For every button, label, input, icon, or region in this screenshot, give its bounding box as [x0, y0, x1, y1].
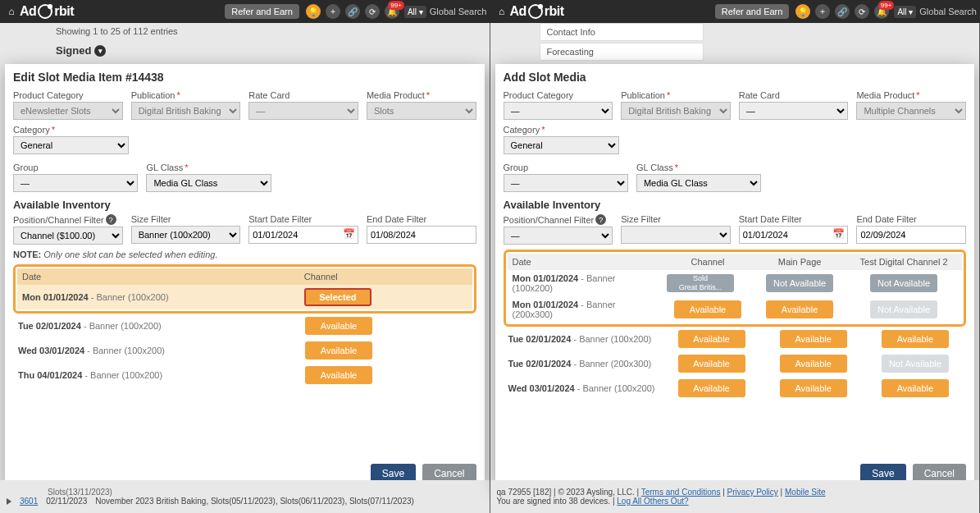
bell-icon[interactable]: 🔔99+ [874, 4, 889, 19]
label-start-date-filter: Start Date Filter [739, 214, 849, 224]
publication-select[interactable]: Digital British Baking [621, 102, 731, 120]
modal-title: Edit Slot Media Item #14438 [5, 64, 485, 87]
label-position-channel-filter: Position/Channel Filter ? [504, 214, 613, 225]
link-icon[interactable]: 🔗 [835, 4, 850, 19]
sidebar-item-forecasting[interactable]: Forecasting [540, 43, 704, 61]
product-category-select[interactable]: eNewsletter Slots [13, 102, 123, 120]
label-publication: Publication * [621, 90, 731, 100]
slot-button-available[interactable]: Available [780, 355, 847, 373]
size-filter-select[interactable]: Banner (100x200) [131, 226, 241, 244]
label-rate-card: Rate Card [248, 90, 358, 100]
search-scope-select[interactable]: All ▾ [894, 6, 916, 18]
col-date: Date [508, 254, 663, 270]
slot-button-selected[interactable]: Selected [304, 288, 371, 306]
table-row: Thu 04/01/2024 - Banner (100x200) Availa… [13, 363, 476, 387]
gl-class-select[interactable]: Media GL Class [636, 174, 761, 192]
section-heading-signed: Signed [56, 44, 91, 57]
label-position-channel-filter: Position/Channel Filter ? [13, 214, 123, 225]
table-row: Mon 01/01/2024 - Banner (100x200) SoldGr… [508, 270, 963, 296]
edit-slot-modal: Edit Slot Media Item #14438 Product Cate… [5, 64, 485, 488]
col-main-page: Main Page [754, 254, 846, 270]
publication-select[interactable]: Digital British Baking [131, 102, 241, 120]
label-category: Category * [504, 125, 619, 135]
size-filter-select[interactable] [621, 226, 731, 244]
start-date-input[interactable] [248, 226, 358, 244]
table-row: Wed 03/01/2024 - Banner (100x200) Availa… [13, 338, 476, 363]
expand-icon[interactable] [7, 498, 11, 505]
slot-button-available[interactable]: Available [882, 379, 949, 397]
add-icon[interactable]: ＋ [815, 4, 830, 19]
table-row: Tue 02/01/2024 - Banner (100x200) Availa… [504, 327, 967, 351]
label-group: Group [13, 163, 138, 172]
slot-button-available[interactable]: Available [678, 379, 745, 397]
global-search-input[interactable]: Global Search [430, 7, 487, 16]
slot-button-available[interactable]: Available [305, 341, 372, 360]
slot-button-available[interactable]: Available [305, 317, 372, 335]
global-search-input[interactable]: Global Search [919, 7, 977, 16]
terms-link[interactable]: Terms and Conditions [641, 488, 721, 497]
order-id-link[interactable]: 3601 [20, 497, 38, 506]
rate-card-select[interactable]: — [739, 102, 849, 120]
col-test-channel: Test Digital Channel 2 [846, 254, 962, 270]
add-icon[interactable]: ＋ [326, 4, 340, 19]
media-product-select[interactable]: Multiple Channels [856, 102, 966, 120]
table-row: Mon 01/01/2024 - Banner (200x300) Availa… [508, 296, 963, 323]
table-row: Tue 02/01/2024 - Banner (200x300) Availa… [504, 351, 967, 376]
label-group: Group [504, 163, 628, 172]
ideas-icon[interactable]: 💡 [306, 4, 321, 19]
position-channel-filter-select[interactable]: Channel ($100.00) [13, 227, 123, 245]
start-date-input[interactable] [739, 226, 849, 244]
slot-button-available[interactable]: Available [305, 366, 372, 384]
slot-button-available[interactable]: Available [674, 300, 741, 318]
table-row: Mon 01/01/2024 - Banner (100x200) Select… [17, 285, 472, 309]
label-size-filter: Size Filter [621, 214, 731, 224]
slot-button-available[interactable]: Available [780, 330, 847, 348]
position-channel-filter-select[interactable]: — [504, 227, 613, 245]
group-select[interactable]: — [504, 174, 628, 192]
slot-button-available[interactable]: Available [678, 330, 745, 348]
sidebar-item-contact-info[interactable]: Contact Info [540, 23, 704, 41]
label-media-product: Media Product * [856, 90, 966, 100]
home-icon[interactable]: ⌂ [3, 6, 20, 17]
col-channel: Channel [662, 254, 754, 270]
slot-button-available[interactable]: Available [882, 330, 949, 348]
help-icon[interactable]: ? [595, 214, 606, 225]
log-others-out-link[interactable]: Log All Others Out? [617, 497, 688, 506]
slot-button-not-available: Not Available [870, 274, 937, 292]
chevron-down-icon[interactable]: ▾ [94, 45, 106, 57]
table-row: Wed 03/01/2024 - Banner (100x200) Availa… [504, 376, 967, 401]
ideas-icon[interactable]: 💡 [795, 4, 810, 19]
gl-class-select[interactable]: Media GL Class [146, 174, 271, 192]
rate-card-select[interactable]: — [248, 102, 358, 120]
category-select[interactable]: General [504, 136, 619, 154]
refer-earn-button[interactable]: Refer and Earn [225, 4, 299, 19]
end-date-input[interactable] [367, 226, 476, 244]
bell-icon[interactable]: 🔔99+ [385, 4, 399, 19]
home-icon[interactable]: ⌂ [494, 6, 510, 17]
link-icon[interactable]: 🔗 [345, 4, 360, 19]
brand-logo: Adrbit [510, 2, 564, 21]
history-icon[interactable]: ⟳ [365, 4, 380, 19]
history-icon[interactable]: ⟳ [855, 4, 869, 19]
refer-earn-button[interactable]: Refer and Earn [715, 4, 790, 19]
background-table-row: Slots(13/11/2023) 3601 02/11/2023 Novemb… [0, 480, 490, 513]
slot-button-available[interactable]: Available [780, 379, 847, 397]
label-category: Category * [13, 125, 129, 135]
help-icon[interactable]: ? [106, 214, 116, 225]
search-scope-select[interactable]: All ▾ [404, 6, 426, 18]
slot-button-available[interactable]: Available [766, 300, 833, 318]
mobile-site-link[interactable]: Mobile Site [785, 488, 825, 497]
label-gl-class: GL Class * [146, 163, 271, 172]
label-end-date-filter: End Date Filter [367, 214, 476, 224]
label-size-filter: Size Filter [131, 214, 241, 224]
group-select[interactable]: — [13, 174, 138, 192]
col-channel: Channel [299, 268, 472, 285]
product-category-select[interactable]: — [504, 102, 613, 120]
slot-button-available[interactable]: Available [678, 355, 745, 373]
category-select[interactable]: General [13, 136, 129, 154]
end-date-input[interactable] [856, 226, 966, 244]
slot-button-sold[interactable]: SoldGreat Britis... [667, 274, 734, 292]
privacy-link[interactable]: Privacy Policy [727, 488, 778, 497]
media-product-select[interactable]: Slots [367, 102, 476, 120]
inventory-highlight-box: Date Channel Mon 01/01/2024 - Banner (10… [13, 264, 476, 314]
